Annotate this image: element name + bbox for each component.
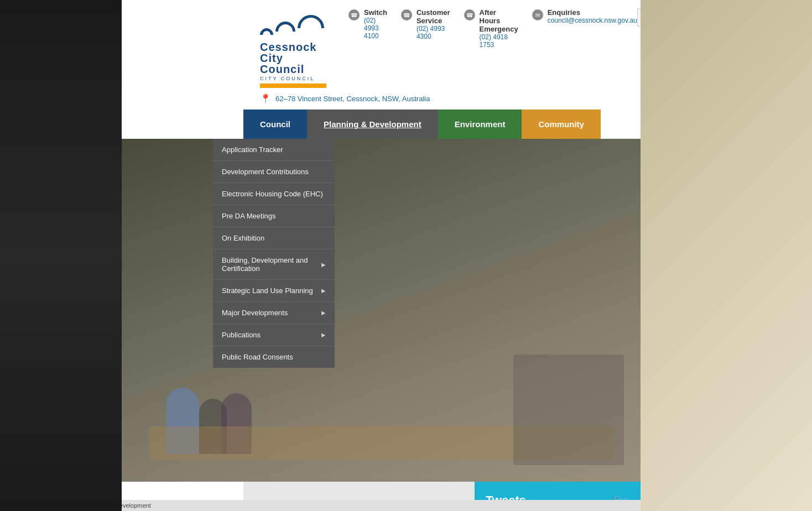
right-panel — [641, 0, 812, 511]
contact-enquiries-label: Enquiries — [548, 8, 637, 17]
contact-switch-label: Switch — [364, 8, 387, 17]
dropdown-item-label: Strategic Land Use Planning — [222, 286, 313, 295]
logo-text-area: Cessnock City Council CITY COUNCIL — [260, 41, 326, 88]
chevron-right-icon: ▶ — [321, 332, 326, 338]
logo-arcs — [260, 8, 324, 41]
phone-icon-ah: ☎ — [464, 9, 475, 20]
dropdown-building-development[interactable]: Building, Development and Certification … — [213, 249, 335, 280]
desk-scene-right — [513, 354, 624, 465]
nav-planning[interactable]: Planning & Development — [307, 109, 438, 139]
sidebar-decoration — [0, 0, 122, 511]
dropdown-item-label: Pre DA Meetings — [222, 212, 276, 220]
hero-overlay — [122, 139, 641, 482]
dropdown-item-label: Building, Development and Certification — [222, 256, 321, 273]
address-link[interactable]: 62–78 Vincent Street, Cessnock, NSW, Aus… — [275, 95, 430, 103]
navbar: Council Planning & Development Environme… — [243, 109, 641, 139]
contact-switch-text: Switch (02) 4993 4100 — [364, 8, 387, 40]
left-sidebar — [0, 0, 122, 511]
dropdown-electronic-housing-code[interactable]: Electronic Housing Code (EHC) — [213, 183, 335, 205]
hero-image — [122, 139, 641, 482]
chevron-right-icon: ▶ — [321, 310, 326, 316]
dropdown-item-label: On Exhibition — [222, 234, 264, 242]
dropdown-item-label: Publications — [222, 331, 261, 339]
dropdown-on-exhibition[interactable]: On Exhibition — [213, 227, 335, 249]
contact-enquiries-text: Enquiries council@cessnock.nsw.gov.au — [548, 8, 637, 24]
dropdown-item-label: Development Contributions — [222, 168, 309, 176]
address-section: 📍 62–78 Vincent Street, Cessnock, NSW, A… — [243, 91, 641, 109]
planning-dropdown: Application Tracker Development Contribu… — [213, 139, 335, 368]
contact-cs-label: Customer Service — [417, 8, 450, 25]
dropdown-strategic-land-use[interactable]: Strategic Land Use Planning ▶ — [213, 280, 335, 302]
pin-icon: 📍 — [260, 93, 271, 104]
contact-cs-phone[interactable]: (02) 4993 4300 — [417, 25, 450, 40]
dropdown-item-label: Application Tracker — [222, 145, 283, 154]
dropdown-pre-da-meetings[interactable]: Pre DA Meetings — [213, 205, 335, 227]
dropdown-public-road-consents[interactable]: Public Road Consents — [213, 346, 335, 368]
dropdown-item-label: Public Road Consents — [222, 353, 293, 361]
contact-cs-text: Customer Service (02) 4993 4300 — [417, 8, 450, 40]
dropdown-application-tracker[interactable]: Application Tracker — [213, 139, 335, 161]
contact-ah-text: After Hours Emergency (02) 4918 1753 — [480, 8, 518, 49]
chevron-right-icon: ▶ — [321, 288, 326, 294]
phone-icon-cs: ☎ — [401, 9, 412, 20]
logo-title: Cessnock City Council — [260, 41, 326, 75]
contact-switch: ☎ Switch (02) 4993 4100 — [348, 8, 387, 49]
main-content-wrapper: Cessnock City Council CITY COUNCIL ☎ Swi… — [122, 0, 641, 511]
header-contacts: ☎ Switch (02) 4993 4100 ☎ Customer Servi… — [348, 8, 637, 49]
nav-community[interactable]: Community — [522, 109, 601, 139]
contact-switch-phone[interactable]: (02) 4993 4100 — [364, 17, 387, 40]
contact-ah-label: After Hours Emergency — [480, 8, 518, 33]
contact-enquiries-email[interactable]: council@cessnock.nsw.gov.au — [548, 17, 637, 24]
contact-ah-phone[interactable]: (02) 4918 1753 — [480, 33, 518, 49]
dropdown-item-label: Major Developments — [222, 309, 288, 317]
nav-environment[interactable]: Environment — [438, 109, 522, 139]
contact-customer-service: ☎ Customer Service (02) 4993 4300 — [401, 8, 450, 49]
phone-icon-switch: ☎ — [348, 9, 360, 20]
contact-enquiries: ✉ Enquiries council@cessnock.nsw.gov.au — [532, 8, 637, 49]
header-top: Cessnock City Council CITY COUNCIL ☎ Swi… — [243, 0, 641, 91]
logo[interactable]: Cessnock City Council CITY COUNCIL — [260, 8, 326, 88]
dropdown-publications[interactable]: Publications ▶ — [213, 324, 335, 346]
dropdown-item-label: Electronic Housing Code (EHC) — [222, 190, 323, 198]
dropdown-development-contributions[interactable]: Development Contributions — [213, 161, 335, 183]
logo-yellow-stripe — [260, 84, 326, 88]
chevron-right-icon: ▶ — [321, 262, 326, 268]
contact-after-hours: ☎ After Hours Emergency (02) 4918 1753 — [464, 8, 518, 49]
nav-council[interactable]: Council — [243, 109, 307, 139]
logo-subtitle: CITY COUNCIL — [260, 76, 326, 81]
dropdown-major-developments[interactable]: Major Developments ▶ — [213, 302, 335, 324]
envelope-icon: ✉ — [532, 9, 543, 20]
hero-office-scene — [122, 139, 641, 482]
